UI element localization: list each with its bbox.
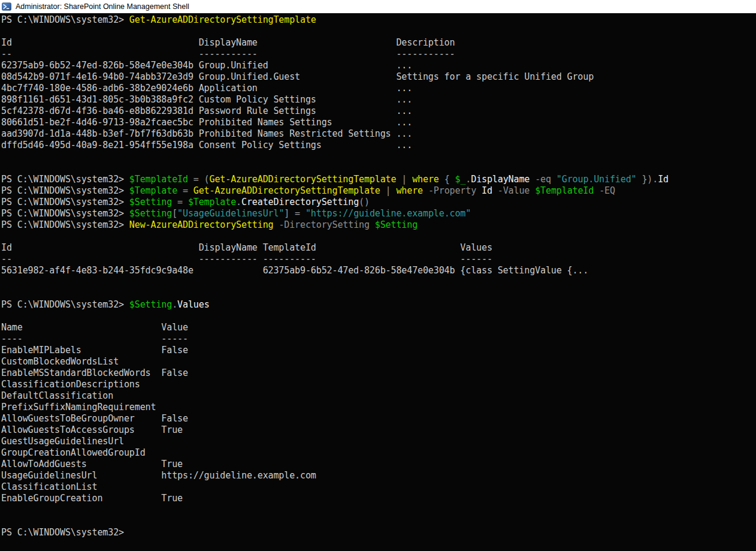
segment-punct: | <box>380 185 397 196</box>
segment-var: $_ <box>455 174 465 185</box>
segment-cmd: New-AzureADDirectorySetting <box>129 219 274 230</box>
values-table-row: ClassificationDescriptions <box>1 379 756 390</box>
segment-var: $Setting <box>129 299 172 310</box>
segment-fg <box>370 219 375 230</box>
segment-fg <box>530 185 535 196</box>
window-title: Administrator: SharePoint Online Managem… <box>16 2 189 11</box>
setting-table-header: Id DisplayName TemplateId Values <box>1 242 756 254</box>
template-table-row: 62375ab9-6b52-47ed-826b-58e47e0e304b Gro… <box>1 60 756 71</box>
segment-fg: PS C:\WINDOWS\system32> <box>1 527 129 538</box>
segment-punct: = ( <box>188 174 210 185</box>
segment-cmd: Get-AzureADDirectorySettingTemplate <box>193 185 380 196</box>
segment-punct: = <box>172 197 188 207</box>
template-table-row: dffd5d46-495d-40a9-8e21-954ff55e198a Con… <box>1 140 756 151</box>
segment-punct: ] = <box>284 208 306 219</box>
window-titlebar[interactable]: Administrator: SharePoint Online Managem… <box>0 0 756 13</box>
template-table-row: 5cf42378-d67d-4f36-ba46-e8b86229381d Pas… <box>1 106 756 117</box>
command-create-directory-setting: PS C:\WINDOWS\system32> $Setting = $Temp… <box>1 197 756 208</box>
powershell-window: Administrator: SharePoint Online Managem… <box>0 0 756 551</box>
segment-var: $Template <box>129 185 177 196</box>
template-table-row: 4bc7f740-180e-4586-adb6-38b2e9024e6b App… <box>1 83 756 94</box>
segment-param: -DirectorySetting <box>279 219 369 230</box>
segment-var: $TemplateId <box>535 185 594 196</box>
segment-param: -Property <box>428 185 476 196</box>
command-usage-guidelines-url: PS C:\WINDOWS\system32> $Setting["UsageG… <box>1 208 756 219</box>
segment-punct: . <box>465 174 471 185</box>
blank-line <box>1 231 756 242</box>
segment-var: $Setting <box>375 219 418 230</box>
values-table-row: DefaultClassification <box>1 390 756 402</box>
segment-cmd: Get-AzureADDirectorySettingTemplate <box>210 174 397 185</box>
segment-mem: DisplayName <box>471 174 530 185</box>
command-template: PS C:\WINDOWS\system32> $Template = Get-… <box>1 185 756 197</box>
segment-punct: () <box>359 197 370 207</box>
values-table-row: AllowGuestsToBeGroupOwner False <box>1 413 756 424</box>
segment-punct: = <box>177 185 193 196</box>
values-table-divider: ---- ----- <box>1 333 756 345</box>
segment-fg <box>476 185 482 196</box>
segment-punct: }). <box>637 174 658 185</box>
segment-cmd: where <box>396 185 423 196</box>
command-get-template: PS C:\WINDOWS\system32> Get-AzureADDirec… <box>1 14 756 26</box>
command-setting-values: PS C:\WINDOWS\system32> $Setting.Values <box>1 299 756 311</box>
segment-fg: PS C:\WINDOWS\system32> <box>1 208 129 219</box>
values-table-row: PrefixSuffixNamingRequirement <box>1 402 756 413</box>
setting-table-row: 5631e982-af4f-4e83-b244-35fdc9c9a48e 623… <box>1 265 756 276</box>
segment-fg <box>551 174 557 185</box>
segment-param: -eq <box>535 174 551 185</box>
terminal-screen[interactable]: PS C:\WINDOWS\system32> Get-AzureADDirec… <box>0 13 756 551</box>
segment-cmd: Get-AzureADDirectorySettingTemplate <box>129 14 316 25</box>
values-table-row: ClassificationList <box>1 481 756 493</box>
segment-fg: PS C:\WINDOWS\system32> <box>1 219 129 230</box>
blank-line <box>1 276 756 288</box>
blank-line <box>1 311 756 322</box>
segment-punct: . <box>236 197 241 207</box>
template-table-row: 80661d51-be2f-4d46-9713-98a2fcaec5bc Pro… <box>1 117 756 128</box>
template-table-header: Id DisplayName Description <box>1 37 756 49</box>
template-table-row: 898f1161-d651-43d1-805c-3b0b388a9fc2 Cus… <box>1 94 756 106</box>
blank-line <box>1 162 756 174</box>
segment-mem: Id <box>482 185 492 196</box>
segment-param: -Value <box>498 185 530 196</box>
segment-fg: PS C:\WINDOWS\system32> <box>1 299 129 310</box>
segment-fg <box>492 185 498 196</box>
template-table-row: 08d542b9-071f-4e16-94b0-74abb372e3d9 Gro… <box>1 71 756 83</box>
command-templateid: PS C:\WINDOWS\system32> $TemplateId = (G… <box>1 174 756 185</box>
segment-mem: CreateDirectorySetting <box>241 197 359 207</box>
segment-var: $Template <box>188 197 236 207</box>
segment-punct: | <box>396 174 412 185</box>
segment-fg <box>594 185 599 196</box>
values-table-row: UsageGuidelinesUrl https://guideline.exa… <box>1 470 756 481</box>
segment-param: -EQ <box>599 185 615 196</box>
segment-punct: { <box>439 174 455 185</box>
command-new-directory-setting: PS C:\WINDOWS\system32> New-AzureADDirec… <box>1 219 756 231</box>
segment-cmd: where <box>412 174 439 185</box>
segment-punct: [ <box>172 208 177 219</box>
segment-fg: PS C:\WINDOWS\system32> <box>1 174 129 185</box>
template-table-divider: -- ----------- ----------- <box>1 49 756 60</box>
setting-table-divider: -- ----------- ---------- ------ <box>1 254 756 265</box>
segment-var: $TemplateId <box>129 174 188 185</box>
segment-str: "Group.Unified" <box>557 174 637 185</box>
segment-var: $Setting <box>129 197 172 207</box>
values-table-row: CustomBlockedWordsList <box>1 356 756 368</box>
template-table-row: aad3907d-1d1a-448b-b3ef-7bf7f63db63b Pro… <box>1 128 756 140</box>
segment-str: "https://guideline.example.com" <box>306 208 471 219</box>
values-table-row: GuestUsageGuidelinesUrl <box>1 436 756 447</box>
blank-line <box>1 26 756 37</box>
values-table-row: EnableGroupCreation True <box>1 493 756 504</box>
values-table-row: EnableMSStandardBlockedWords False <box>1 368 756 379</box>
segment-mem: Values <box>177 299 209 310</box>
blank-line <box>1 288 756 299</box>
segment-fg: PS C:\WINDOWS\system32> <box>1 14 129 25</box>
segment-str: "UsageGuidelinesUrl" <box>177 208 284 219</box>
values-table-row: GroupCreationAllowedGroupId <box>1 447 756 459</box>
segment-fg <box>530 174 535 185</box>
segment-fg: PS C:\WINDOWS\system32> <box>1 185 129 196</box>
blank-line <box>1 516 756 527</box>
segment-fg: PS C:\WINDOWS\system32> <box>1 197 129 207</box>
active-prompt[interactable]: PS C:\WINDOWS\system32> <box>1 527 756 538</box>
blank-line <box>1 151 756 162</box>
values-table-row: AllowToAddGuests True <box>1 459 756 470</box>
segment-fg <box>423 185 428 196</box>
